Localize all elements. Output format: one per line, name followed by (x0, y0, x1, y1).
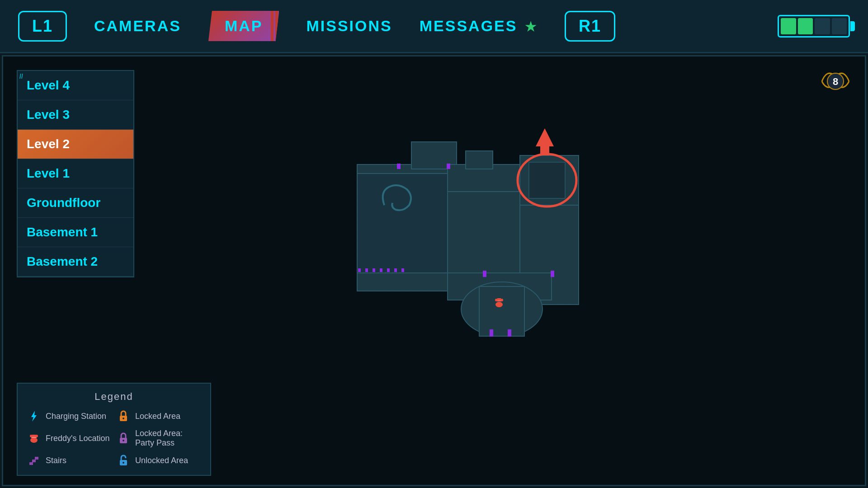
locked-icon (116, 409, 131, 423)
stairs-icon (27, 453, 41, 468)
level-groundfloor[interactable]: Groundfloor (18, 188, 133, 218)
svg-rect-14 (397, 164, 401, 169)
main-panel: 8 Level 4 Level 3 Level 2 Level 1 Ground… (2, 55, 866, 486)
svg-rect-23 (380, 268, 382, 272)
legend-stairs: Stairs (27, 453, 112, 468)
level-selector: Level 4 Level 3 Level 2 Level 1 Groundfl… (17, 70, 134, 277)
svg-point-36 (30, 435, 33, 437)
legend-locked: Locked Area (116, 409, 201, 423)
r1-button[interactable]: R1 (565, 11, 615, 42)
nav-missions[interactable]: MISSIONS (306, 17, 392, 35)
charging-icon (27, 409, 41, 423)
l1-button[interactable]: L1 (18, 11, 67, 42)
svg-rect-20 (358, 268, 361, 272)
svg-rect-7 (466, 151, 493, 169)
svg-rect-40 (29, 462, 33, 465)
svg-marker-32 (31, 411, 37, 422)
svg-point-35 (30, 437, 38, 443)
nav-messages[interactable]: MESSAGES ★ (420, 17, 538, 35)
svg-rect-15 (447, 164, 450, 169)
legend-title: Legend (27, 391, 201, 403)
battery-cell-3 (815, 18, 830, 34)
svg-rect-18 (490, 329, 493, 337)
freddy-icon (27, 431, 41, 446)
map-svg (330, 115, 646, 350)
svg-point-37 (35, 435, 38, 437)
svg-rect-22 (373, 268, 375, 272)
map-area (148, 70, 829, 394)
legend-unlocked: Unlocked Area (116, 453, 201, 468)
unlocked-icon (116, 453, 131, 468)
level-1[interactable]: Level 1 (18, 159, 133, 188)
legend-charging: Charging Station (27, 409, 112, 423)
locked-party-icon (116, 431, 131, 446)
svg-rect-24 (387, 268, 390, 272)
svg-point-39 (123, 440, 124, 441)
svg-point-27 (495, 302, 503, 307)
level-basement1[interactable]: Basement 1 (18, 218, 133, 247)
svg-rect-25 (394, 268, 397, 272)
svg-rect-9 (529, 162, 565, 198)
svg-text:8: 8 (833, 76, 838, 87)
battery-cell-1 (781, 18, 796, 34)
battery-container (778, 15, 850, 38)
svg-rect-4 (357, 174, 448, 273)
level-3[interactable]: Level 3 (18, 100, 133, 130)
nav-cameras[interactable]: CAMERAS (94, 17, 181, 35)
legend: Legend Charging Station (17, 383, 211, 476)
svg-rect-17 (551, 271, 554, 277)
legend-freddy: Freddy's Location (27, 429, 112, 448)
svg-point-29 (500, 299, 503, 301)
battery-cell-2 (798, 18, 813, 34)
star-icon: ★ (525, 20, 538, 34)
svg-rect-13 (479, 286, 524, 336)
battery-cell-4 (832, 18, 847, 34)
svg-point-44 (123, 462, 124, 464)
level-basement2[interactable]: Basement 2 (18, 247, 133, 277)
svg-rect-42 (35, 457, 38, 460)
nav-map[interactable]: MAP (208, 11, 279, 41)
svg-rect-16 (483, 271, 486, 277)
svg-point-28 (495, 299, 498, 301)
legend-grid: Charging Station Locked Area (27, 409, 201, 468)
svg-rect-21 (365, 268, 368, 272)
svg-rect-26 (401, 268, 404, 272)
battery (778, 15, 850, 38)
svg-point-34 (123, 418, 124, 419)
legend-locked-party: Locked Area: Party Pass (116, 429, 201, 448)
level-4[interactable]: Level 4 (18, 71, 133, 100)
svg-rect-19 (508, 329, 511, 337)
svg-rect-41 (32, 460, 36, 462)
header: L1 CAMERAS MAP MISSIONS MESSAGES ★ R1 (0, 0, 868, 53)
level-2[interactable]: Level 2 (18, 130, 133, 159)
